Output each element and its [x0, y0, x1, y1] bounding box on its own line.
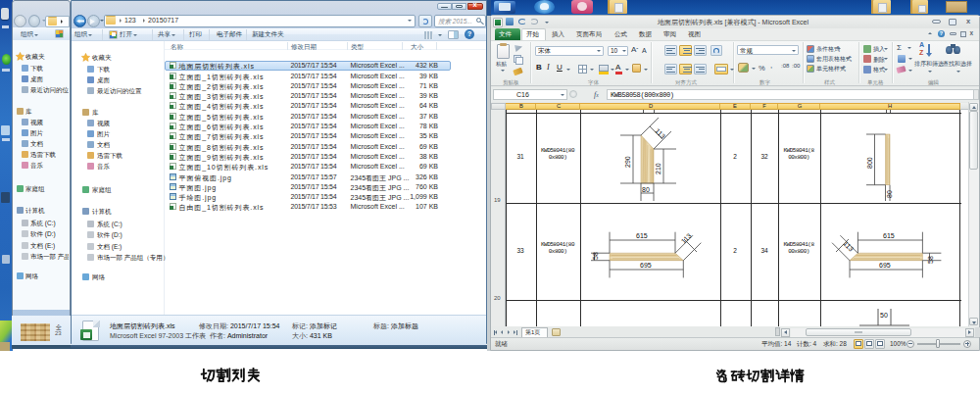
svg-text:615: 615 — [883, 232, 895, 239]
svg-text:50: 50 — [880, 312, 888, 319]
svg-text:800: 800 — [866, 157, 873, 169]
svg-text:113: 113 — [842, 240, 855, 253]
svg-text:113: 113 — [680, 232, 693, 245]
svg-text:695: 695 — [879, 262, 891, 269]
svg-text:80: 80 — [886, 190, 893, 198]
svg-text:58: 58 — [927, 256, 934, 264]
svg-text:290: 290 — [624, 156, 631, 168]
svg-text:80: 80 — [642, 186, 650, 193]
svg-text:210: 210 — [655, 163, 662, 174]
svg-text:695: 695 — [640, 262, 652, 269]
svg-text:615: 615 — [636, 232, 648, 239]
svg-text:58: 58 — [592, 252, 599, 260]
